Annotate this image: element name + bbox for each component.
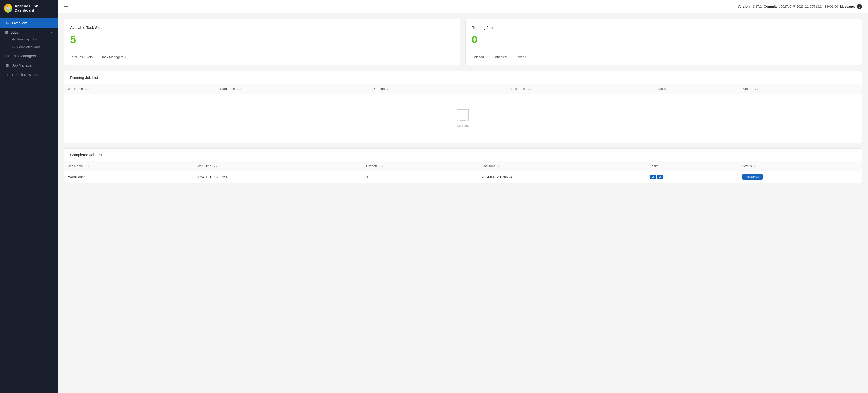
completed-job-list-table: Job Name ▲▼ Start Time ▲▼ Duration ▲▼ En… bbox=[64, 161, 862, 183]
completed-col-job-name[interactable]: Job Name ▲▼ bbox=[64, 161, 192, 171]
completed-jobs-label: Completed Jobs bbox=[17, 45, 40, 49]
completed-col-start-time[interactable]: Start Time ▲▼ bbox=[192, 161, 361, 171]
completed-col-duration[interactable]: Duration ▲▼ bbox=[361, 161, 478, 171]
topbar-right: Version: 1.17.2 Commit: c0027e5 @ 2023-1… bbox=[738, 4, 862, 9]
col-tasks[interactable]: Tasks bbox=[654, 84, 739, 94]
sidebar-item-overview[interactable]: ⊙ Overview bbox=[0, 18, 58, 28]
finished-stat: Finished 1 bbox=[472, 55, 487, 59]
sidebar-nav: ⊙ Overview ⊞ Jobs ▲ ⊙ Running Jobs ⊙ Com… bbox=[0, 16, 58, 393]
failed-stat: Failed 0 bbox=[516, 55, 527, 59]
failed-value: 0 bbox=[525, 55, 527, 59]
running-jobs-label: Running Jobs bbox=[17, 37, 37, 41]
task-slots-stats: Total Task Slots 5 Task Managers 1 bbox=[70, 55, 454, 59]
version-value: 1.17.2 bbox=[752, 4, 762, 8]
no-data-text: No Data bbox=[457, 124, 469, 128]
topbar-left bbox=[64, 5, 68, 8]
sidebar-item-job-manager[interactable]: ⊞ Job Manager bbox=[0, 61, 58, 70]
sidebar-section-jobs[interactable]: ⊞ Jobs ▲ bbox=[0, 28, 58, 35]
completed-col-status[interactable]: Status ▲▼ bbox=[739, 161, 862, 171]
version-label: Version: bbox=[738, 4, 750, 8]
failed-label: Failed bbox=[516, 55, 524, 59]
running-job-list-header: Running Job List bbox=[64, 72, 862, 84]
end-time-cell: 2024-03-12 16:06:24 bbox=[478, 171, 646, 183]
task-managers-icon: ⊟ bbox=[5, 54, 9, 58]
status-badge: FINISHED bbox=[743, 174, 763, 180]
main-content: Version: 1.17.2 Commit: c0027e5 @ 2023-1… bbox=[58, 0, 868, 393]
submit-job-icon: ↓ bbox=[5, 73, 9, 77]
message-label: Message: bbox=[840, 4, 855, 8]
col-duration[interactable]: Duration ▲▼ bbox=[368, 84, 507, 94]
canceled-label: Canceled bbox=[493, 55, 506, 59]
running-job-list-table: Job Name ▲▼ Start Time ▲▼ Duration ▲▼ En… bbox=[64, 84, 862, 143]
job-manager-label: Job Manager bbox=[12, 63, 33, 67]
sidebar-item-completed-jobs[interactable]: ⊙ Completed Jobs bbox=[12, 43, 58, 51]
running-job-list-title: Running Job List bbox=[70, 75, 98, 80]
canceled-stat: Canceled 0 bbox=[493, 55, 509, 59]
task-slots-card-title: Available Task Slots bbox=[70, 25, 454, 30]
sidebar-jobs-submenu: ⊙ Running Jobs ⊙ Completed Jobs bbox=[0, 35, 58, 51]
summary-cards: Available Task Slots 5 Total Task Slots … bbox=[64, 19, 862, 65]
running-jobs-card: Running Jobs 0 Finished 1 Canceled 0 Fai… bbox=[465, 19, 862, 65]
sidebar: 🦭 Apache Flink Dashboard ⊙ Overview ⊞ Jo… bbox=[0, 0, 58, 393]
jobs-collapse-icon: ▲ bbox=[50, 31, 53, 34]
running-no-data: No Data bbox=[68, 97, 858, 140]
topbar: Version: 1.17.2 Commit: c0027e5 @ 2023-1… bbox=[58, 0, 868, 13]
sidebar-item-task-managers[interactable]: ⊟ Task Managers bbox=[0, 51, 58, 61]
app-logo: 🦭 bbox=[4, 3, 12, 12]
page-content: Available Task Slots 5 Total Task Slots … bbox=[58, 13, 868, 393]
overview-icon: ⊙ bbox=[5, 21, 9, 25]
sidebar-item-submit-new-job[interactable]: ↓ Submit New Job bbox=[0, 70, 58, 80]
completed-job-list-table-wrap: Job Name ▲▼ Start Time ▲▼ Duration ▲▼ En… bbox=[64, 161, 862, 183]
duration-cell: 3s bbox=[361, 171, 478, 183]
running-jobs-card-title: Running Jobs bbox=[472, 25, 856, 30]
sidebar-jobs-label: Jobs bbox=[10, 30, 18, 34]
total-task-slots-label: Total Task Slots bbox=[70, 55, 93, 59]
job-name-cell: WordCount bbox=[64, 171, 192, 183]
col-end-time[interactable]: End Time ▲▼ bbox=[507, 84, 654, 94]
running-jobs-value: 0 bbox=[472, 34, 856, 46]
task-managers-label: Task Managers bbox=[12, 54, 36, 58]
canceled-value: 0 bbox=[507, 55, 509, 59]
sidebar-item-running-jobs[interactable]: ⊙ Running Jobs bbox=[12, 35, 58, 43]
running-job-table-header-row: Job Name ▲▼ Start Time ▲▼ Duration ▲▼ En… bbox=[64, 84, 862, 94]
job-manager-icon: ⊞ bbox=[5, 63, 9, 67]
message-badge[interactable]: 0 bbox=[857, 4, 862, 9]
completed-job-list-section: Completed Job List Job Name ▲▼ Start Tim… bbox=[64, 148, 862, 183]
completed-jobs-icon: ⊙ bbox=[12, 45, 15, 49]
sidebar-overview-label: Overview bbox=[12, 21, 27, 25]
col-start-time[interactable]: Start Time ▲▼ bbox=[216, 84, 368, 94]
task-slots-value: 5 bbox=[70, 34, 454, 46]
completed-col-tasks[interactable]: Tasks bbox=[646, 161, 738, 171]
finished-value: 1 bbox=[485, 55, 487, 59]
running-no-data-row: No Data bbox=[64, 94, 862, 143]
completed-job-table-header-row: Job Name ▲▼ Start Time ▲▼ Duration ▲▼ En… bbox=[64, 161, 862, 171]
submit-new-job-label: Submit New Job bbox=[12, 73, 38, 77]
running-job-list-section: Running Job List Job Name ▲▼ Start Time … bbox=[64, 71, 862, 143]
start-time-cell: 2024-03-12 16:06:20 bbox=[192, 171, 361, 183]
running-jobs-stats: Finished 1 Canceled 0 Failed 0 bbox=[472, 55, 856, 59]
table-row[interactable]: WordCount 2024-03-12 16:06:20 3s 2024-03… bbox=[64, 171, 862, 183]
jobs-icon: ⊞ bbox=[5, 30, 8, 34]
task-managers-stat-label: Task Managers bbox=[101, 55, 124, 59]
sidebar-header: 🦭 Apache Flink Dashboard bbox=[0, 0, 58, 16]
completed-job-list-title: Completed Job List bbox=[70, 152, 102, 157]
no-data-icon bbox=[457, 109, 469, 121]
menu-toggle-button[interactable] bbox=[64, 5, 68, 8]
task-managers-stat-value: 1 bbox=[124, 55, 126, 59]
col-job-name[interactable]: Job Name ▲▼ bbox=[64, 84, 216, 94]
commit-label: Commit: bbox=[764, 4, 777, 8]
tasks-cell: 2 2 bbox=[646, 171, 738, 183]
completed-col-end-time[interactable]: End Time ▲▼ bbox=[478, 161, 646, 171]
app-title: Apache Flink Dashboard bbox=[14, 4, 54, 12]
total-task-slots-stat: Total Task Slots 5 bbox=[70, 55, 95, 59]
tasks-badge-a: 2 bbox=[650, 175, 656, 179]
available-task-slots-card: Available Task Slots 5 Total Task Slots … bbox=[64, 19, 460, 65]
commit-value: c0027e5 @ 2023-11-09T13:24:38+01:00 bbox=[779, 4, 838, 8]
running-job-list-table-wrap: Job Name ▲▼ Start Time ▲▼ Duration ▲▼ En… bbox=[64, 84, 862, 143]
status-cell: FINISHED bbox=[739, 171, 862, 183]
finished-label: Finished bbox=[472, 55, 484, 59]
task-managers-stat: Task Managers 1 bbox=[101, 55, 126, 59]
col-status[interactable]: Status ▲▼ bbox=[739, 84, 862, 94]
completed-job-list-header: Completed Job List bbox=[64, 148, 862, 161]
total-task-slots-value: 5 bbox=[94, 55, 95, 59]
